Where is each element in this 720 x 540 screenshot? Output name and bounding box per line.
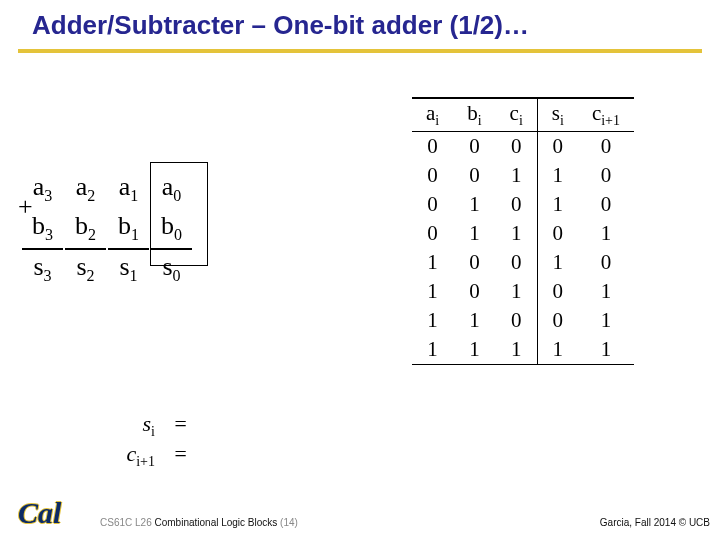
slide: Adder/Subtracter – One-bit adder (1/2)… … bbox=[0, 0, 720, 540]
course-code: CS61C L26 bbox=[100, 517, 154, 528]
truth-table: ai bi ci si ci+1 00000 00110 01010 01101… bbox=[412, 97, 634, 365]
eqn-ci1: ci+1 = bbox=[95, 441, 188, 471]
title-area: Adder/Subtracter – One-bit adder (1/2)… bbox=[0, 0, 720, 41]
lecture-name: Combinational Logic Blocks bbox=[154, 517, 277, 528]
footer-left: CS61C L26 Combinational Logic Blocks (14… bbox=[100, 517, 298, 528]
page-number: (14) bbox=[277, 517, 298, 528]
footer-right: Garcia, Fall 2014 © UCB bbox=[600, 517, 710, 528]
truth-header-row: ai bi ci si ci+1 bbox=[412, 98, 634, 132]
addition-layout: + a3 a2 a1 a0 b3 b2 b1 b0 s3 s2 s1 bbox=[20, 168, 330, 290]
truth-body: 00000 00110 01010 01101 10010 10101 1100… bbox=[412, 132, 634, 365]
plus-sign: + bbox=[18, 192, 33, 222]
column-highlight-box bbox=[150, 162, 208, 266]
title-rule bbox=[18, 49, 702, 53]
cal-logo: Cal bbox=[18, 496, 61, 530]
footer: Cal CS61C L26 Combinational Logic Blocks… bbox=[0, 492, 720, 532]
slide-title: Adder/Subtracter – One-bit adder (1/2)… bbox=[32, 10, 720, 41]
equations: si = ci+1 = bbox=[95, 411, 188, 471]
eqn-si: si = bbox=[95, 411, 188, 441]
